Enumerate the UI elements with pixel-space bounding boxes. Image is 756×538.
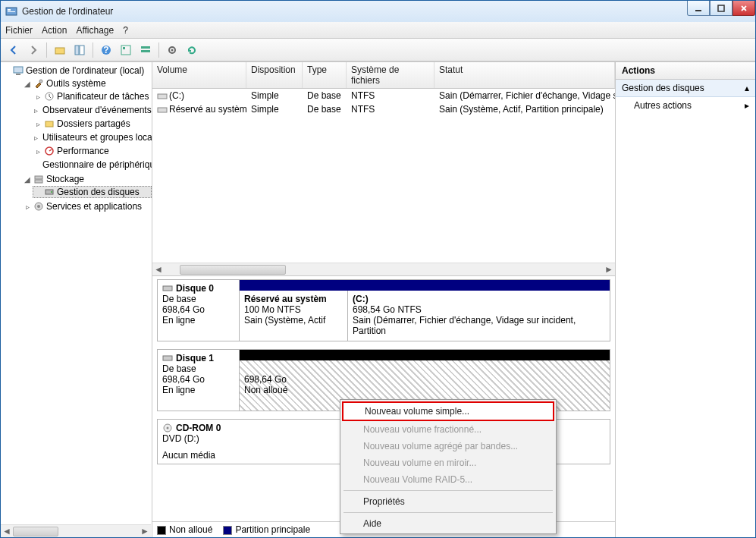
partition-size: 698,64 Go — [244, 374, 605, 385]
disk-name: Disque 0 — [176, 283, 214, 294]
ctx-new-simple-volume[interactable]: Nouveau volume simple... — [342, 401, 554, 421]
col-status[interactable]: Statut — [434, 62, 615, 88]
disk-row-0[interactable]: Disque 0 De base 698,64 Go En ligne Rése… — [157, 279, 610, 341]
disk-icon — [162, 354, 173, 362]
list-row[interactable]: (C:) Simple De base NTFS Sain (Démarrer,… — [152, 89, 615, 102]
menu-file[interactable]: Fichier — [5, 25, 33, 36]
disk-name: CD-ROM 0 — [176, 423, 221, 433]
expand-icon[interactable]: ▹ — [34, 93, 42, 101]
scroll-right-icon[interactable]: ► — [603, 264, 615, 275]
svg-rect-5 — [55, 48, 64, 54]
minimize-button[interactable] — [687, 1, 710, 16]
cell-fs: NTFS — [347, 103, 434, 115]
close-button[interactable] — [732, 1, 755, 16]
ctx-new-striped-volume: Nouveau volume agrégé par bandes... — [342, 438, 554, 455]
list-hscrollbar[interactable]: ◄ ► — [152, 263, 615, 275]
partition-name: Réservé au systèm — [244, 294, 343, 304]
actions-more[interactable]: Autres actions ▸ — [616, 97, 755, 114]
scroll-thumb[interactable] — [180, 265, 286, 275]
tree-label: Dossiers partagés — [57, 118, 130, 129]
collapse-icon[interactable]: ◢ — [24, 175, 31, 184]
ctx-help[interactable]: Aide — [342, 515, 554, 532]
tree-label: Performance — [57, 146, 109, 156]
chevron-right-icon: ▸ — [745, 100, 749, 111]
maximize-button[interactable] — [710, 1, 732, 16]
svg-rect-38 — [163, 356, 172, 360]
disk-state: En ligne — [162, 385, 234, 395]
context-menu: Nouveau volume simple... Nouveau volume … — [340, 399, 557, 534]
actions-pane: Actions Gestion des disques ▴ Autres act… — [616, 62, 755, 537]
refresh-button[interactable] — [184, 42, 200, 58]
help-button[interactable]: ? — [98, 42, 114, 58]
expand-icon[interactable]: ▹ — [34, 147, 42, 156]
col-type[interactable]: Type — [303, 62, 347, 88]
disk-state: En ligne — [162, 315, 234, 326]
tree-label: Stockage — [46, 174, 84, 184]
swatch-unallocated — [157, 526, 166, 535]
up-button[interactable] — [52, 42, 68, 58]
tree-shared-folders[interactable]: ▹Dossiers partagés — [33, 118, 152, 130]
partition-system-reserved[interactable]: Réservé au systèm 100 Mo NTFS Sain (Syst… — [240, 291, 347, 341]
list-row[interactable]: Réservé au système Simple De base NTFS S… — [152, 102, 615, 116]
cell-type: De base — [303, 103, 347, 115]
forward-button[interactable] — [25, 42, 42, 58]
menu-action[interactable]: Action — [42, 25, 67, 36]
clock-icon — [44, 91, 55, 102]
scroll-left-icon[interactable]: ◄ — [152, 264, 165, 275]
tree-performance[interactable]: ▹Performance — [33, 145, 152, 157]
view-options-button[interactable] — [118, 42, 134, 58]
tree-root[interactable]: Gestion de l'ordinateur (local) — [11, 64, 152, 77]
tree-storage[interactable]: ◢ Stockage — [22, 173, 152, 185]
disk-type: DVD (D:) — [162, 433, 235, 444]
expand-icon[interactable]: ▹ — [34, 120, 42, 128]
collapse-icon[interactable]: ◢ — [24, 80, 31, 88]
svg-rect-12 — [141, 46, 150, 49]
disk-size: 698,64 Go — [162, 304, 234, 315]
scroll-right-icon[interactable]: ► — [139, 526, 151, 537]
settings-button[interactable] — [164, 42, 180, 58]
scroll-thumb[interactable] — [13, 527, 58, 536]
legend-primary-label: Partition principale — [235, 524, 310, 535]
actions-group[interactable]: Gestion des disques ▴ — [616, 80, 755, 97]
menu-help[interactable]: ? — [123, 25, 128, 36]
tools-icon — [33, 78, 44, 89]
actions-group-label: Gestion des disques — [622, 83, 704, 93]
disk-state: Aucun média — [162, 450, 235, 461]
tree-services-apps[interactable]: ▹ Services et applications — [22, 200, 152, 212]
partition-c[interactable]: (C:) 698,54 Go NTFS Sain (Démarrer, Fich… — [347, 291, 610, 341]
scroll-left-icon[interactable]: ◄ — [1, 526, 13, 537]
tree-task-scheduler[interactable]: ▹Planificateur de tâches — [33, 90, 152, 102]
partition-size: 698,54 Go NTFS — [353, 304, 605, 315]
ctx-new-spanned-volume: Nouveau volume fractionné... — [342, 421, 554, 438]
col-filesystem[interactable]: Système de fichiers — [347, 62, 434, 88]
cell-layout: Simple — [246, 90, 303, 102]
expand-icon[interactable]: ▹ — [34, 106, 38, 115]
show-hide-tree-button[interactable] — [71, 42, 88, 58]
svg-rect-36 — [158, 108, 167, 112]
expand-icon[interactable]: ▹ — [34, 134, 38, 142]
ctx-properties[interactable]: Propriétés — [342, 493, 554, 510]
expand-icon[interactable]: ▹ — [24, 203, 31, 211]
tree-disk-management[interactable]: ▹Gestion des disques — [33, 186, 152, 198]
col-volume[interactable]: Volume — [152, 62, 246, 88]
disk-type: De base — [162, 363, 234, 374]
titlebar[interactable]: Gestion de l'ordinateur — [1, 1, 755, 22]
col-layout[interactable]: Disposition — [246, 62, 303, 88]
disk-mgmt-icon — [44, 187, 55, 197]
tree-event-viewer[interactable]: ▹Observateur d'événements — [33, 104, 152, 116]
menu-view[interactable]: Affichage — [76, 25, 114, 36]
tree-hscrollbar[interactable]: ◄ ► — [1, 524, 151, 537]
tree-users-groups[interactable]: ▹Utilisateurs et groupes locaux — [33, 131, 152, 143]
back-button[interactable] — [5, 42, 22, 58]
tree-device-manager[interactable]: ▹Gestionnaire de périphériques — [33, 159, 152, 171]
svg-point-18 — [39, 80, 42, 83]
drive-icon — [157, 93, 168, 100]
partition-name: (C:) — [353, 294, 605, 304]
view-options-2-button[interactable] — [137, 42, 154, 58]
svg-rect-17 — [16, 74, 20, 75]
folder-icon — [44, 118, 55, 129]
disk-name: Disque 1 — [176, 353, 214, 363]
tree-label: Planificateur de tâches — [57, 91, 149, 102]
tree-label: Utilisateurs et groupes locaux — [42, 132, 152, 143]
tree-system-tools[interactable]: ◢ Outils système — [22, 77, 152, 90]
